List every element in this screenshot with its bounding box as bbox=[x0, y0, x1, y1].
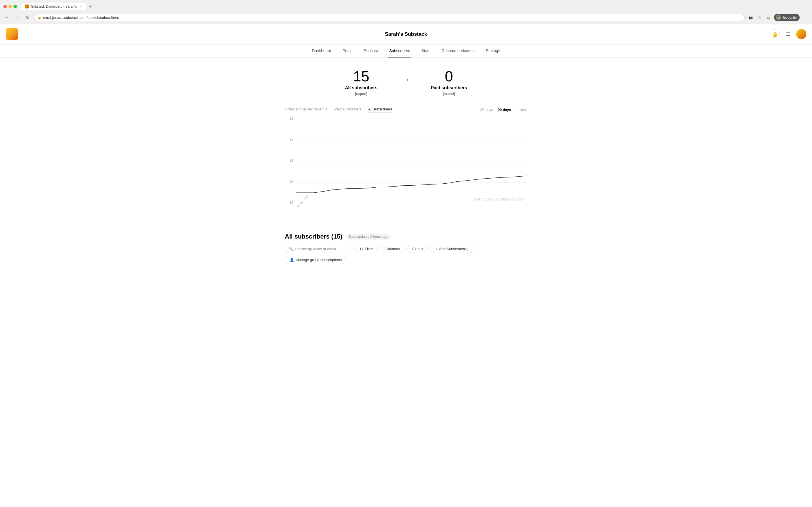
all-subscribers-stat: 15 All subscribers [export] bbox=[345, 69, 377, 96]
arrow-icon: ⟶ bbox=[400, 76, 408, 83]
main-content: 15 All subscribers [export] ⟶ 0 Paid sub… bbox=[279, 58, 533, 270]
search-input-wrap[interactable]: 🔍 bbox=[285, 245, 352, 253]
add-icon: + bbox=[435, 247, 438, 251]
columns-button[interactable]: Columns bbox=[380, 245, 405, 253]
chart-container: SARAHJONAS1.SUBSTACK.COM bbox=[296, 117, 527, 204]
chart-tab-paid[interactable]: Paid subscribers bbox=[335, 107, 361, 112]
all-subscribers-export[interactable]: [export] bbox=[345, 92, 377, 96]
add-subscriber-button[interactable]: + Add Subscriber(s) bbox=[430, 245, 473, 253]
subscribers-section: All subscribers (15) Data updated 5 hour… bbox=[285, 233, 527, 264]
export-button[interactable]: Export bbox=[407, 245, 428, 253]
header-right: 🔔 ☰ bbox=[770, 29, 806, 39]
y-label-2: 16 bbox=[285, 138, 293, 142]
subscribers-header: All subscribers (15) Data updated 5 hour… bbox=[285, 233, 527, 240]
all-subscribers-count: 15 bbox=[345, 69, 377, 83]
time-filter-all[interactable]: all time bbox=[516, 108, 527, 112]
paid-subscribers-count: 0 bbox=[431, 69, 467, 83]
browser-more-button[interactable]: ⋮ bbox=[801, 3, 809, 10]
paid-subscribers-label: Paid subscribers bbox=[431, 86, 467, 91]
notifications-button[interactable]: 🔔 bbox=[770, 29, 780, 39]
close-window-button[interactable] bbox=[3, 5, 7, 8]
camera-off-icon[interactable]: 📷 bbox=[747, 14, 754, 21]
search-input[interactable] bbox=[295, 247, 348, 251]
app-title: Sarah's Substack bbox=[385, 31, 427, 37]
back-button[interactable]: ← bbox=[3, 13, 11, 21]
time-filter-90[interactable]: 90 days bbox=[498, 108, 511, 112]
nav-item-podcast[interactable]: Podcast bbox=[363, 48, 379, 57]
chart-tab-revenue[interactable]: Gross annualized revenue bbox=[285, 107, 327, 112]
minimize-window-button[interactable] bbox=[8, 5, 12, 8]
nav-item-subscribers[interactable]: Subscribers bbox=[388, 48, 411, 57]
incognito-label: Incognito bbox=[783, 15, 797, 19]
header-left bbox=[6, 28, 18, 40]
nav-item-recommendations[interactable]: Recommendations bbox=[441, 48, 476, 57]
subscribers-actions: 🔍 ⊟ Filter Columns Export + Add Subscrib… bbox=[285, 245, 527, 264]
y-label-3: 15 bbox=[285, 159, 293, 162]
stats-row: 15 All subscribers [export] ⟶ 0 Paid sub… bbox=[285, 69, 527, 96]
time-filter-30[interactable]: 30 days bbox=[480, 108, 493, 112]
chart-svg bbox=[296, 117, 527, 204]
tab-close-button[interactable]: ✕ bbox=[79, 5, 82, 8]
subscribers-title: All subscribers (15) bbox=[285, 233, 342, 240]
chart-watermark: SARAHJONAS1.SUBSTACK.COM bbox=[474, 198, 524, 201]
chart-tabs: Gross annualized revenue Paid subscriber… bbox=[285, 107, 527, 112]
all-subscribers-label: All subscribers bbox=[345, 86, 377, 91]
filter-label: Filter bbox=[365, 247, 373, 251]
user-avatar[interactable] bbox=[796, 29, 806, 39]
nav-item-dashboard[interactable]: Dashboard bbox=[311, 48, 333, 57]
columns-label: Columns bbox=[386, 247, 400, 251]
incognito-icon: 🕵 bbox=[776, 15, 781, 20]
bookmark-icon[interactable]: ☆ bbox=[756, 14, 763, 21]
data-updated-badge: Data updated 5 hours ago bbox=[346, 233, 392, 240]
hamburger-menu-button[interactable]: ☰ bbox=[783, 29, 793, 39]
browser-tab[interactable]: Substack Dashboard - Sarah's ✕ bbox=[21, 3, 86, 10]
app-logo bbox=[6, 28, 18, 40]
incognito-badge: 🕵 Incognito bbox=[774, 14, 800, 21]
app-header: Sarah's Substack 🔔 ☰ bbox=[0, 24, 812, 45]
manage-group-button[interactable]: 👤 Manage group subscriptions bbox=[285, 256, 347, 264]
forward-button[interactable]: → bbox=[13, 13, 21, 21]
search-icon: 🔍 bbox=[289, 247, 294, 251]
chart-tab-all[interactable]: All subscribers bbox=[368, 107, 392, 112]
reload-button[interactable]: ↻ bbox=[24, 13, 32, 21]
manage-group-label: Manage group subscriptions bbox=[296, 258, 342, 262]
chart-outer: 16 16 15 15 14 SARAHJONAS1.SUBSTACK.COM bbox=[285, 117, 527, 224]
main-navigation: Dashboard Posts Podcast Subscribers Stat… bbox=[0, 45, 812, 58]
export-label: Export bbox=[412, 247, 423, 251]
paid-subscribers-export[interactable]: [export] bbox=[431, 92, 467, 96]
nav-item-posts[interactable]: Posts bbox=[342, 48, 354, 57]
maximize-window-button[interactable] bbox=[13, 5, 17, 8]
browser-chrome: Substack Dashboard - Sarah's ✕ + ⋮ ← → ↻… bbox=[0, 0, 812, 24]
nav-item-settings[interactable]: Settings bbox=[485, 48, 501, 57]
filter-icon: ⊟ bbox=[360, 247, 363, 251]
y-label-4: 15 bbox=[285, 180, 293, 183]
nav-item-stats[interactable]: Stats bbox=[420, 48, 432, 57]
tab-favicon bbox=[25, 4, 29, 8]
chart-section: Gross annualized revenue Paid subscriber… bbox=[285, 107, 527, 224]
url-text: sarahjonas1.substack.com/publish/subscri… bbox=[43, 15, 119, 20]
tab-title: Substack Dashboard - Sarah's bbox=[31, 4, 77, 8]
add-subscriber-label: Add Subscriber(s) bbox=[439, 247, 468, 251]
new-tab-button[interactable]: + bbox=[86, 2, 94, 11]
address-bar[interactable]: 🔒 sarahjonas1.substack.com/publish/subsc… bbox=[34, 14, 745, 21]
paid-subscribers-stat: 0 Paid subscribers [export] bbox=[431, 69, 467, 96]
browser-menu-button[interactable]: ⋮ bbox=[801, 14, 809, 21]
y-label-top: 16 bbox=[285, 117, 293, 120]
group-icon: 👤 bbox=[290, 258, 294, 262]
lock-icon: 🔒 bbox=[38, 16, 42, 19]
filter-button[interactable]: ⊟ Filter bbox=[355, 245, 378, 253]
y-label-bottom: 14 bbox=[285, 201, 293, 204]
split-view-icon[interactable]: ▭ bbox=[765, 14, 772, 21]
traffic-lights bbox=[3, 5, 17, 8]
